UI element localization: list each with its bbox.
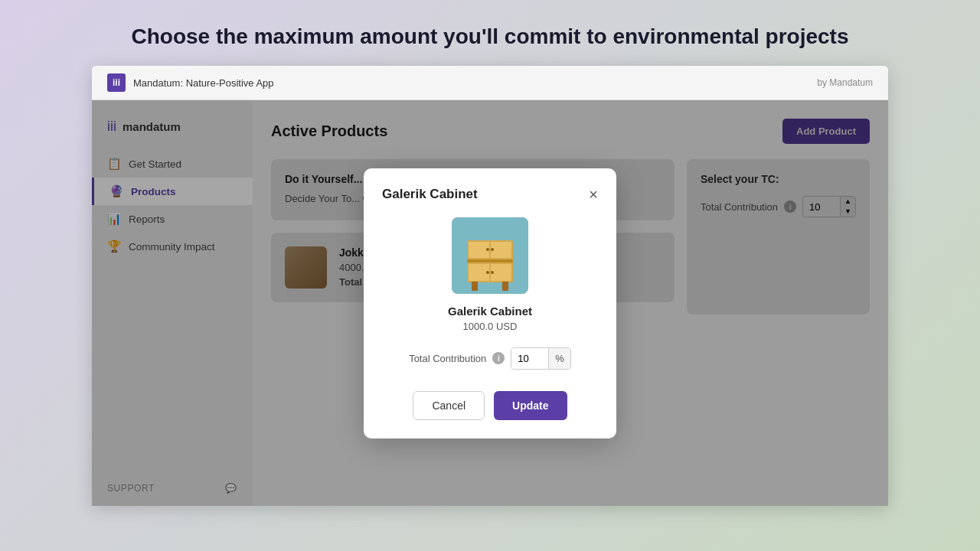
brand-logo-icon: iii (107, 73, 126, 92)
svg-point-9 (486, 271, 489, 274)
page-heading: Choose the maximum amount you'll commit … (85, 0, 894, 66)
modal-tc-input[interactable] (511, 348, 548, 369)
modal-product-image (452, 217, 528, 294)
svg-rect-12 (502, 282, 508, 291)
svg-point-10 (491, 271, 494, 274)
modal-product-name: Galerik Cabinet (382, 305, 598, 318)
modal: Galerik Cabinet × (364, 168, 616, 439)
svg-rect-3 (469, 242, 489, 258)
modal-tc-info-icon[interactable]: i (492, 352, 505, 364)
svg-point-5 (486, 248, 489, 251)
update-button[interactable]: Update (494, 391, 567, 420)
svg-point-6 (491, 248, 494, 251)
svg-rect-2 (467, 259, 513, 262)
modal-actions: Cancel Update (382, 391, 598, 420)
svg-rect-11 (472, 282, 478, 291)
app-layout: iii mandatum 📋 Get Started 🔮 Products 📊 … (92, 100, 888, 506)
cancel-button[interactable]: Cancel (413, 391, 485, 420)
modal-tc-label: Total Contribution (409, 353, 486, 364)
browser-bar: iii Mandatum: Nature-Positive App by Man… (92, 66, 888, 100)
browser-brand: iii Mandatum: Nature-Positive App (107, 73, 274, 92)
modal-overlay: Galerik Cabinet × (92, 100, 888, 506)
modal-product-price: 1000.0 USD (382, 321, 598, 332)
modal-title: Galerik Cabinet (382, 187, 478, 202)
modal-tc-row: Total Contribution i % (382, 347, 598, 370)
cabinet-svg (452, 217, 528, 294)
modal-tc-input-group: % (511, 347, 571, 370)
svg-rect-7 (469, 264, 489, 281)
browser-by-label: by Mandatum (817, 77, 873, 88)
browser-brand-name: Mandatum: Nature-Positive App (133, 77, 274, 89)
modal-close-button[interactable]: × (589, 187, 598, 202)
modal-percent-label: % (548, 348, 570, 369)
modal-header: Galerik Cabinet × (382, 187, 598, 202)
svg-rect-8 (491, 264, 511, 281)
svg-rect-4 (491, 242, 511, 258)
browser-window: iii Mandatum: Nature-Positive App by Man… (92, 66, 888, 506)
